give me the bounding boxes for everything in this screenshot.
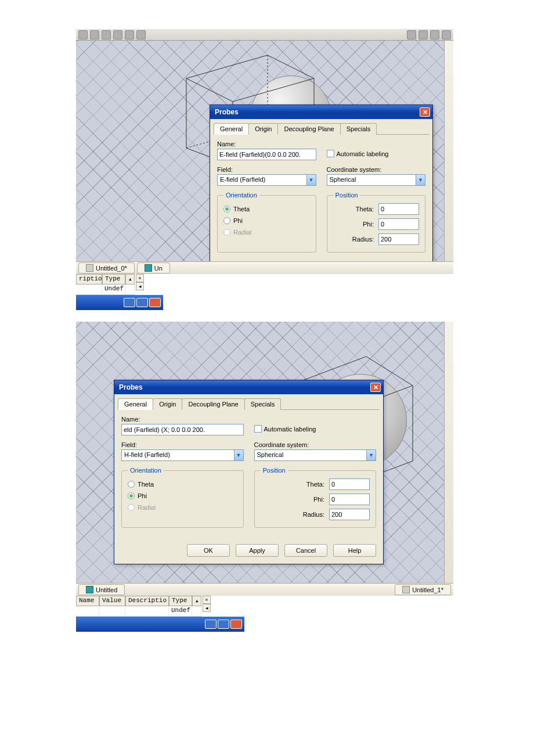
- close-icon[interactable]: [230, 620, 242, 629]
- orientation-group: Orientation Theta Phi Radial: [121, 467, 244, 528]
- ok-button[interactable]: OK: [187, 544, 230, 557]
- pos-phi-input[interactable]: [329, 494, 370, 505]
- close-icon[interactable]: [149, 298, 161, 307]
- pos-theta-label: Theta:: [261, 481, 325, 488]
- coord-label: Coordinate system:: [327, 166, 426, 173]
- pos-theta-input[interactable]: [329, 478, 370, 490]
- toolbar-icon[interactable]: [78, 30, 88, 39]
- toolbar-icon[interactable]: [113, 30, 122, 39]
- minimize-icon[interactable]: [205, 620, 217, 629]
- tab-decoupling[interactable]: Decoupling Plane: [277, 123, 340, 135]
- table-header: riptio Type ▴: [76, 274, 135, 285]
- tab-general[interactable]: General: [214, 123, 249, 135]
- pos-theta-input[interactable]: [378, 203, 419, 215]
- table-row[interactable]: Undef: [76, 606, 201, 617]
- col-type: Type: [169, 596, 192, 606]
- automatic-labeling-checkbox[interactable]: Automatic labeling: [327, 150, 426, 157]
- col-type: Type: [102, 275, 125, 285]
- cell-type: Undef: [102, 285, 125, 294]
- name-input[interactable]: [217, 149, 316, 160]
- tab-origin[interactable]: Origin: [248, 123, 278, 135]
- radio-radial: Radial: [223, 229, 310, 236]
- tab-general[interactable]: General: [118, 398, 153, 410]
- viewport-scrollbar[interactable]: [444, 41, 453, 261]
- tab-origin[interactable]: Origin: [153, 398, 182, 410]
- radio-phi[interactable]: Phi: [223, 217, 310, 224]
- pos-radius-label: Radius:: [333, 236, 374, 243]
- dialog-titlebar[interactable]: Probes ✕: [114, 380, 383, 394]
- orientation-group: Orientation Theta Phi Radial: [217, 192, 316, 253]
- viewport-scrollbar[interactable]: [444, 322, 453, 583]
- toolbar-icon[interactable]: [430, 30, 439, 39]
- col-descriptio: riptio: [76, 275, 102, 285]
- field-select[interactable]: H-field (Farfield) ▼: [121, 449, 244, 461]
- field-label: Field:: [217, 166, 316, 173]
- field-select[interactable]: E-field (Farfield) ▼: [217, 174, 316, 186]
- taskbar-item[interactable]: [76, 295, 163, 310]
- arrow-left-icon[interactable]: ◂: [136, 282, 144, 290]
- tab-specials[interactable]: Specials: [340, 123, 377, 135]
- probes-dialog: Probes ✕ General Origin Decoupling Plane…: [114, 380, 384, 564]
- name-input[interactable]: [121, 424, 244, 435]
- toolbar-icon[interactable]: [442, 30, 451, 39]
- radio-theta-label: Theta: [138, 481, 154, 488]
- pos-phi-input[interactable]: [378, 218, 419, 230]
- cancel-button[interactable]: Cancel: [284, 544, 327, 557]
- coord-select[interactable]: Spherical ▼: [254, 449, 377, 461]
- coord-select[interactable]: Spherical ▼: [327, 174, 426, 186]
- col-value: Value: [99, 596, 125, 606]
- checkbox-icon: [327, 150, 334, 157]
- tab-decoupling[interactable]: Decoupling Plane: [182, 398, 244, 410]
- chevron-down-icon: ▼: [306, 175, 316, 185]
- radio-phi-label: Phi: [233, 217, 243, 224]
- pos-radius-input[interactable]: [378, 233, 419, 245]
- radio-theta[interactable]: Theta: [223, 206, 310, 213]
- arrow-left-icon[interactable]: ◂: [203, 604, 211, 612]
- toolbar-icon[interactable]: [136, 30, 146, 39]
- automatic-labeling-checkbox[interactable]: Automatic labeling: [254, 425, 377, 433]
- scroll-up-icon[interactable]: ▴: [125, 275, 135, 285]
- help-button[interactable]: Help: [333, 544, 376, 557]
- col-descriptio: Descriptio: [125, 596, 169, 606]
- name-label: Name:: [217, 141, 316, 147]
- radio-theta[interactable]: Theta: [128, 481, 237, 488]
- doctab-untitled0[interactable]: Untitled_0*: [78, 262, 135, 273]
- coord-value: Spherical: [255, 450, 367, 460]
- checkbox-icon: [254, 425, 262, 433]
- minimize-icon[interactable]: [124, 298, 135, 307]
- apply-button[interactable]: Apply: [236, 544, 279, 557]
- dialog-title: Probes: [119, 383, 143, 391]
- toolbar-icon[interactable]: [102, 30, 111, 39]
- cell-type: Undef: [169, 606, 192, 616]
- doctab-untitled1[interactable]: Un: [137, 262, 170, 273]
- dialog-titlebar[interactable]: Probes ✕: [210, 105, 432, 119]
- radio-radial-label: Radial: [138, 504, 156, 511]
- pos-radius-input[interactable]: [329, 509, 370, 520]
- radio-radial: Radial: [128, 504, 237, 511]
- toolbar-icon[interactable]: [418, 30, 428, 39]
- taskbar-item[interactable]: [76, 617, 244, 632]
- name-label: Name:: [121, 416, 244, 423]
- toolbar-icon[interactable]: [125, 30, 134, 39]
- close-icon[interactable]: ✕: [370, 383, 381, 392]
- maximize-icon[interactable]: [136, 298, 148, 307]
- radio-theta-label: Theta: [233, 206, 250, 213]
- maximize-icon[interactable]: [218, 620, 229, 629]
- tab-specials[interactable]: Specials: [244, 398, 282, 410]
- scroll-up-icon[interactable]: ▴: [192, 596, 201, 606]
- position-legend: Position: [333, 192, 360, 199]
- pos-phi-label: Phi:: [261, 496, 325, 503]
- close-panel-icon[interactable]: ×: [136, 274, 144, 282]
- toolbar-icon[interactable]: [407, 30, 416, 39]
- doctab-untitled1[interactable]: Untitled_1*: [395, 584, 451, 595]
- radio-icon: [223, 206, 230, 213]
- table-row[interactable]: Undef: [76, 285, 135, 295]
- radio-phi[interactable]: Phi: [128, 492, 237, 499]
- close-panel-icon[interactable]: ×: [203, 596, 211, 604]
- position-legend: Position: [261, 467, 288, 474]
- position-group: Position Theta: Phi: Radius:: [327, 192, 426, 253]
- toolbar-icon[interactable]: [90, 30, 99, 39]
- dialog-title: Probes: [215, 108, 239, 116]
- doctab-untitled[interactable]: Untitled: [78, 584, 125, 595]
- close-icon[interactable]: ✕: [420, 107, 430, 117]
